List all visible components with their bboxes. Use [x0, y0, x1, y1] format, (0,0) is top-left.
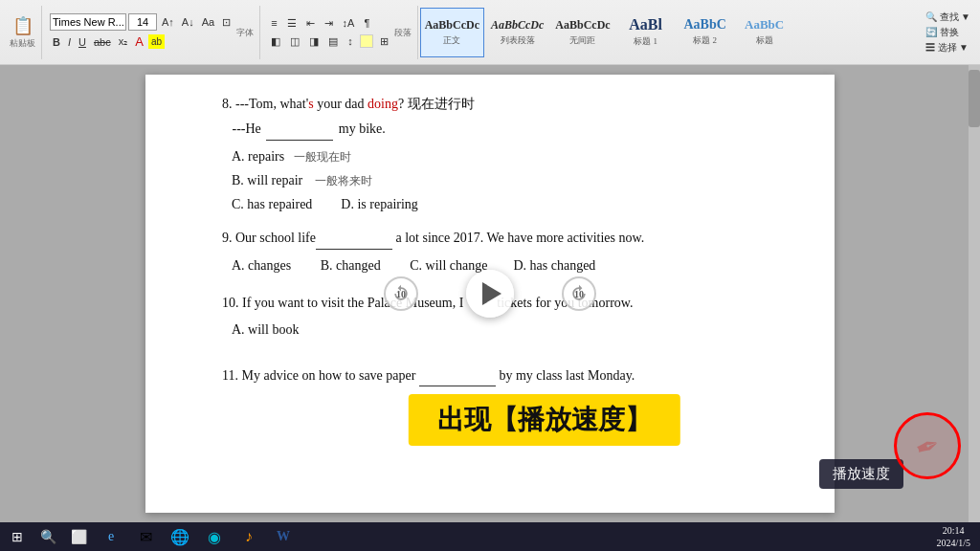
q8-highlight-s: s	[308, 97, 313, 111]
search-taskbar-btn[interactable]: 🔍	[34, 525, 61, 548]
q10-options: A. will book	[232, 318, 777, 342]
font-section-label: 字体	[236, 27, 254, 39]
increase-font-btn[interactable]: A↑	[159, 14, 177, 30]
borders-btn[interactable]: ⊞	[377, 33, 391, 50]
style-wuji-preview: AaBbCcDc	[555, 18, 610, 33]
clipboard-section: 📋 粘贴板	[4, 6, 42, 59]
style-zhengwen-label: 正文	[443, 34, 460, 47]
q8-option-CD: C. has repaired D. is repairing	[232, 192, 777, 216]
style-title2[interactable]: AaBbC 标题 2	[677, 8, 734, 57]
find-btn[interactable]: 🔍 查找 ▼	[925, 11, 970, 24]
yellow-banner: 出现【播放速度】	[409, 394, 680, 446]
edge-app[interactable]: e	[96, 525, 126, 548]
q8-options: A. repairs 一般现在时 B. will repair 一般将来时 C.…	[232, 144, 777, 217]
style-zhengwen[interactable]: AaBbCcDc 正文	[420, 8, 484, 57]
taskbar: ⊞ 🔍 ⬜ e ✉ 🌐 ◉ ♪ W 20:14 2024/1/5	[0, 522, 980, 551]
forward-btn[interactable]: 10	[562, 276, 596, 311]
style-title2-preview: AaBbC	[683, 17, 725, 33]
q8-a-note: 一般现在时	[294, 150, 351, 164]
style-wuji[interactable]: AaBbCcDc 无间距	[550, 8, 614, 57]
q9-option-B: B. changed	[310, 253, 380, 277]
sort-btn[interactable]: ↕A	[340, 15, 358, 31]
paragraph-marks-btn[interactable]: ¶	[361, 15, 372, 31]
q8-text2: ---He my bike.	[222, 119, 777, 140]
taskbar-clock: 20:14 2024/1/5	[936, 524, 970, 549]
scrollbar-thumb[interactable]	[969, 70, 980, 127]
strikethrough-btn[interactable]: abc	[91, 34, 114, 50]
play-btn[interactable]	[466, 270, 514, 318]
q8-option-C: C. has repaired	[232, 192, 312, 216]
line-spacing-btn[interactable]: ↕	[345, 33, 356, 49]
browser-app[interactable]: 🌐	[165, 525, 195, 548]
numbering-btn[interactable]: ☰	[284, 15, 300, 32]
q10-option-A: A. will book	[232, 322, 299, 337]
underline-btn[interactable]: U	[76, 34, 89, 50]
font-section: A↑ A↓ Aa ⊡ B I U abc x₂ A ab 字体	[44, 6, 260, 59]
align-center-btn[interactable]: ◫	[287, 33, 302, 50]
style-liechu-label: 列表段落	[501, 34, 535, 47]
font-color-btn[interactable]: A	[132, 33, 146, 51]
q8-highlight-doing: doing	[368, 97, 398, 111]
video-app[interactable]: ◉	[199, 525, 230, 548]
word-app[interactable]: W	[268, 525, 299, 548]
decrease-font-btn[interactable]: A↓	[179, 14, 197, 30]
document-page: 8. ---Tom, what's your dad doing? 现在进行时 …	[145, 75, 835, 513]
font-dialog-btn[interactable]: ⊡	[219, 14, 234, 31]
select-btn[interactable]: ☰ 选择 ▼	[925, 41, 969, 55]
scrollbar[interactable]	[969, 65, 980, 522]
style-title3[interactable]: AaBbC 标题	[736, 8, 793, 57]
q8-blank	[266, 140, 333, 141]
windows-start-btn[interactable]: ⊞	[4, 525, 31, 548]
bold-btn[interactable]: B	[50, 34, 63, 50]
q8-option-B: B. will repair 一般将来时	[232, 168, 777, 192]
playspeed-btn[interactable]: 播放速度	[819, 459, 903, 489]
question-8: 8. ---Tom, what's your dad doing? 现在进行时 …	[222, 94, 777, 216]
style-title1[interactable]: AaBl 标题 1	[617, 8, 675, 57]
video-controls: 10 10	[384, 270, 596, 318]
word-toolbar: 📋 粘贴板 A↑ A↓ Aa ⊡ B I U abc x₂ A ab	[0, 0, 980, 65]
paragraph-section: ≡ ☰ ⇤ ⇥ ↕A ¶ ◧ ◫ ◨ ▤ ↕ ⊞ 段落	[262, 6, 418, 59]
task-view-btn[interactable]: ⬜	[65, 525, 92, 548]
clock-time: 20:14	[936, 524, 970, 537]
paragraph-section-label: 段落	[394, 27, 412, 39]
font-size-input[interactable]	[128, 13, 157, 31]
font-name-input[interactable]	[50, 13, 126, 31]
q8-option-A: A. repairs 一般现在时	[232, 144, 777, 168]
music-app[interactable]: ♪	[234, 525, 264, 548]
q11-text: 11. My advice on how to save paper by my…	[222, 365, 777, 386]
play-icon	[482, 282, 501, 305]
style-liechu[interactable]: AaBbCcDc 列表段落	[486, 8, 548, 57]
styles-section: AaBbCcDc 正文 AaBbCcDc 列表段落 AaBbCcDc 无间距 A…	[420, 8, 924, 57]
indent-more-btn[interactable]: ⇥	[322, 15, 336, 32]
clock-date: 2024/1/5	[936, 537, 970, 549]
replace-btn[interactable]: 🔄 替换	[925, 26, 959, 39]
shading-btn[interactable]	[360, 34, 373, 48]
q9-text: 9. Our school life a lot since 2017. We …	[222, 228, 777, 249]
right-panel: 🔍 查找 ▼ 🔄 替换 ☰ 选择 ▼	[925, 11, 976, 55]
rewind-btn[interactable]: 10	[384, 276, 418, 311]
clear-format-btn[interactable]: Aa	[199, 14, 217, 30]
style-liechu-preview: AaBbCcDc	[491, 18, 544, 33]
question-11: 11. My advice on how to save paper by my…	[222, 365, 777, 386]
q9-blank	[316, 249, 392, 250]
highlight-btn[interactable]: ab	[148, 34, 165, 49]
yellow-banner-text: 出现【播放速度】	[437, 405, 652, 434]
style-title1-preview: AaBl	[629, 16, 662, 33]
style-title2-label: 标题 2	[693, 34, 717, 47]
bullets-btn[interactable]: ≡	[268, 15, 279, 31]
italic-btn[interactable]: I	[65, 34, 74, 50]
q9-option-A: A. changes	[232, 253, 291, 277]
style-title3-label: 标题	[756, 34, 773, 47]
red-circle-indicator: ✒	[894, 412, 961, 479]
document-area: 8. ---Tom, what's your dad doing? 现在进行时 …	[0, 65, 980, 522]
style-wuji-label: 无间距	[569, 34, 595, 47]
q8-option-D: D. is repairing	[341, 192, 417, 216]
subscript-btn[interactable]: x₂	[116, 33, 131, 50]
mail-app[interactable]: ✉	[130, 525, 161, 548]
justify-btn[interactable]: ▤	[325, 33, 341, 50]
style-title1-label: 标题 1	[634, 35, 657, 48]
indent-less-btn[interactable]: ⇤	[303, 15, 318, 32]
q8-text1: 8. ---Tom, what's your dad doing? 现在进行时	[222, 94, 777, 115]
align-left-btn[interactable]: ◧	[268, 33, 283, 50]
align-right-btn[interactable]: ◨	[306, 33, 322, 50]
